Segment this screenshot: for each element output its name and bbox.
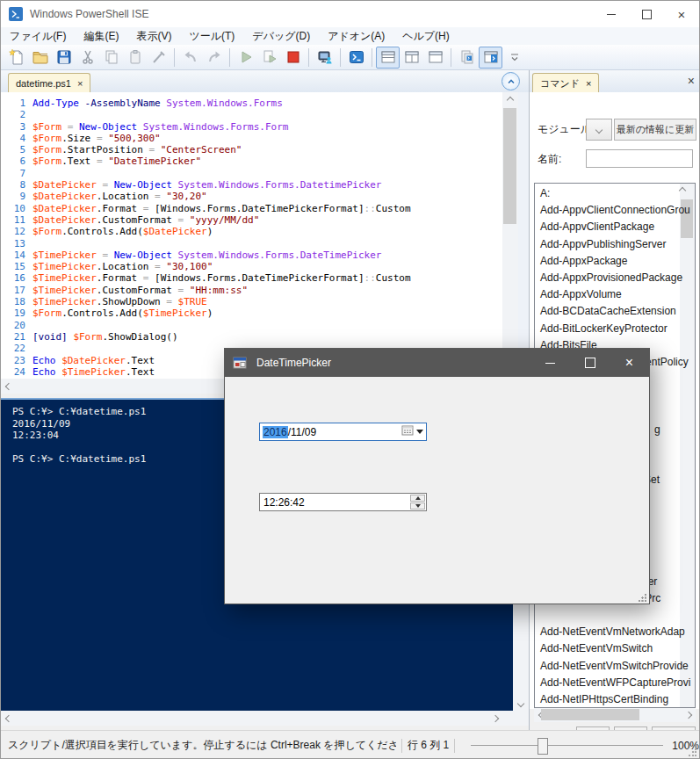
horizontal-scrollbar-thumb[interactable] xyxy=(541,709,639,720)
code-line[interactable]: 7 xyxy=(1,168,502,179)
command-list-item[interactable]: Add-AppxVolume xyxy=(535,286,622,303)
code-line[interactable]: 2 xyxy=(1,109,502,120)
new-script-icon[interactable] xyxy=(4,47,28,69)
show-script-pane-right-icon[interactable] xyxy=(400,47,423,69)
run-script-icon[interactable] xyxy=(234,47,257,69)
show-script-pane-maximized-icon[interactable] xyxy=(423,47,447,69)
scroll-down-icon[interactable] xyxy=(513,696,529,711)
command-list-item[interactable]: Add-NetEventWFPCaptureProvi xyxy=(535,675,690,691)
window-resize-grip[interactable] xyxy=(688,748,696,757)
scroll-left-icon[interactable] xyxy=(1,379,16,394)
minimize-button[interactable] xyxy=(594,1,629,27)
command-list-item[interactable]: Add-NetEventVmNetworkAdap xyxy=(535,624,685,640)
dialog-resize-grip[interactable] xyxy=(639,593,647,602)
dialog-title-bar[interactable]: DateTimePicker × xyxy=(225,349,649,377)
code-line[interactable]: 15$TimePicker.Location = "30,100" xyxy=(1,261,502,272)
name-input[interactable] xyxy=(586,149,693,168)
command-list-horizontal-scrollbar[interactable] xyxy=(534,708,696,722)
copy-icon[interactable] xyxy=(99,47,123,69)
menu-item[interactable]: デバッグ(D) xyxy=(243,27,319,46)
menu-item[interactable]: ヘルプ(H) xyxy=(393,27,458,46)
code-line[interactable]: 1Add-Type -AssemblyName System.Windows.F… xyxy=(1,98,502,109)
command-list-item[interactable]: Add-AppxPackage xyxy=(535,253,627,270)
date-picker[interactable]: 2016 /11/09 xyxy=(259,423,427,441)
code-line[interactable]: 19$Form.Controls.Add($TimePicker) xyxy=(1,307,502,319)
module-dropdown[interactable] xyxy=(586,119,612,141)
command-list-item[interactable]: Add-NetEventVmSwitch xyxy=(535,640,653,657)
console-horizontal-scrollbar[interactable] xyxy=(1,711,529,726)
tab-commands[interactable]: コマンド × xyxy=(532,73,599,93)
command-list-item[interactable]: Add-AppvClientConnectionGrou xyxy=(535,202,690,219)
run-selection-icon[interactable] xyxy=(257,47,281,69)
editor-scrollbar-thumb[interactable] xyxy=(503,108,516,224)
undo-icon[interactable] xyxy=(178,47,202,69)
code-line[interactable]: 11$DatePicker.CustomFormat = "yyyy/MM/dd… xyxy=(1,214,502,226)
code-line[interactable]: 16$TimePicker.Format = [Windows.Forms.Da… xyxy=(1,272,502,284)
save-icon[interactable] xyxy=(52,47,76,69)
new-powershell-tab-icon[interactable] xyxy=(455,47,479,69)
code-line[interactable]: 20 xyxy=(1,320,502,331)
commands-panel-close-icon[interactable]: × xyxy=(688,74,695,88)
stop-operation-icon[interactable] xyxy=(281,47,305,69)
refresh-button[interactable]: 最新の情報に更新 xyxy=(614,119,696,141)
commands-tab-close-icon[interactable]: × xyxy=(586,78,591,89)
date-picker-selected-segment[interactable]: 2016 xyxy=(263,426,288,438)
code-line[interactable]: 9$DatePicker.Location = "30,20" xyxy=(1,191,502,202)
scroll-up-icon[interactable] xyxy=(680,184,695,196)
code-line[interactable]: 3$Form = New-Object System.Windows.Forms… xyxy=(1,121,502,133)
dialog-maximize-button[interactable] xyxy=(570,349,610,377)
code-line[interactable]: 21[void] $Form.ShowDialog() xyxy=(1,331,502,343)
menu-item[interactable]: ツール(T) xyxy=(180,27,243,46)
new-remote-powershell-tab-icon[interactable] xyxy=(313,47,336,69)
code-line[interactable]: 4$Form.Size = "500,300" xyxy=(1,133,502,144)
scroll-left-icon[interactable] xyxy=(1,711,16,726)
code-line[interactable]: 8$DatePicker = New-Object System.Windows… xyxy=(1,179,502,191)
show-script-pane-top-icon[interactable] xyxy=(376,47,400,69)
menu-item[interactable]: 表示(V) xyxy=(127,27,180,46)
dialog-close-button[interactable]: × xyxy=(610,349,649,377)
command-list-item[interactable]: Add-BitLockerKeyProtector xyxy=(535,321,668,337)
menu-item[interactable]: 編集(E) xyxy=(75,27,127,46)
redo-icon[interactable] xyxy=(202,47,226,69)
clear-console-pane-icon[interactable] xyxy=(147,47,170,69)
spin-down-button[interactable] xyxy=(410,502,425,510)
scroll-right-icon[interactable] xyxy=(681,708,696,722)
menu-item[interactable]: アドオン(A) xyxy=(319,27,393,46)
tab-datetime-ps1[interactable]: datetime.ps1 × xyxy=(8,73,90,93)
command-list-item[interactable]: Add-NetIPHttpsCertBinding xyxy=(535,691,668,708)
code-line[interactable]: 5$Form.StartPosition = "CenterScreen" xyxy=(1,144,502,155)
tab-close-icon[interactable]: × xyxy=(77,78,83,89)
zoom-slider[interactable] xyxy=(471,737,663,755)
menu-item[interactable]: ファイル(F) xyxy=(1,27,75,46)
date-picker-value[interactable]: /11/09 xyxy=(288,426,316,438)
code-line[interactable]: 18$TimePicker.ShowUpDown = $TRUE xyxy=(1,296,502,307)
start-powershell-exe-icon[interactable] xyxy=(344,47,368,69)
command-list-item[interactable]: Add-AppxProvisionedPackage xyxy=(535,270,682,286)
code-line[interactable]: 10$DatePicker.Format = [Windows.Forms.Da… xyxy=(1,203,502,214)
scroll-up-icon[interactable] xyxy=(502,92,518,107)
time-picker[interactable]: 12:26:42 xyxy=(259,493,427,511)
command-list-item[interactable]: Add-AppvPublishingServer xyxy=(535,236,666,253)
code-line[interactable]: 13 xyxy=(1,238,502,249)
script-editor[interactable]: 1Add-Type -AssemblyName System.Windows.F… xyxy=(1,92,502,384)
command-list-item[interactable]: g xyxy=(649,422,660,438)
zoom-slider-thumb[interactable] xyxy=(538,738,548,755)
date-dropdown-icon[interactable] xyxy=(416,430,423,434)
command-list-item[interactable]: A: xyxy=(535,185,550,202)
collapse-script-pane-button[interactable] xyxy=(502,72,520,90)
code-line[interactable]: 17$TimePicker.CustomFormat = "HH:mm:ss" xyxy=(1,285,502,296)
code-line[interactable]: 14$TimePicker = New-Object System.Window… xyxy=(1,249,502,261)
code-line[interactable]: 6$Form.Text = "DateTimePicker" xyxy=(1,155,502,167)
show-command-window-icon[interactable] xyxy=(479,47,502,69)
command-list-item[interactable]: Add-NetEventVmSwitchProvide xyxy=(535,658,689,675)
close-button[interactable]: × xyxy=(664,1,699,27)
scroll-right-icon[interactable] xyxy=(487,711,502,726)
cut-icon[interactable] xyxy=(76,47,99,69)
spin-up-button[interactable] xyxy=(410,495,425,502)
code-line[interactable]: 12$Form.Controls.Add($DatePicker) xyxy=(1,226,502,237)
dialog-minimize-button[interactable] xyxy=(530,349,570,377)
time-picker-value[interactable]: 12:26:42 xyxy=(263,496,305,509)
command-list-item[interactable]: Add-AppvClientPackage xyxy=(535,219,654,235)
toolbar-overflow-icon[interactable] xyxy=(502,47,526,69)
command-list-item[interactable]: Add-BCDataCacheExtension xyxy=(535,303,676,320)
